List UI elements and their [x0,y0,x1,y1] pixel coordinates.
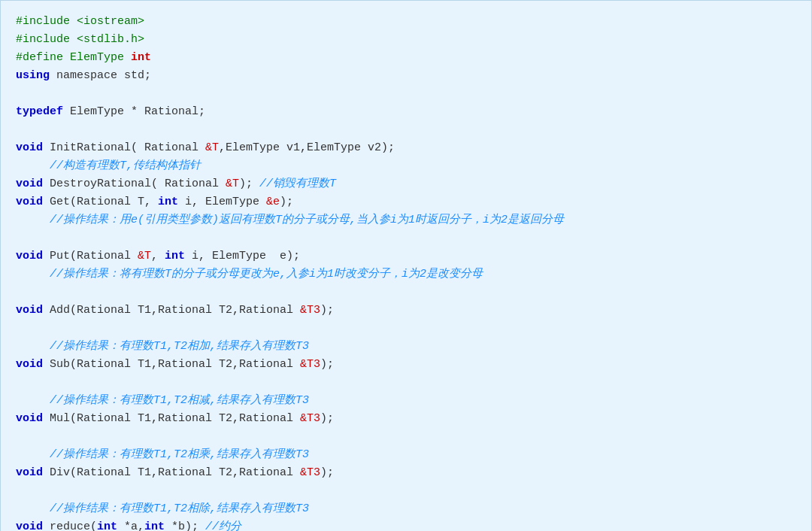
code-line: #define ElemType int [16,49,796,67]
code-token: //操作结果：有理数T1,T2相除,结果存入有理数T3 [16,502,309,515]
code-token: ,ElemType v1,ElemType v2); [219,141,395,154]
code-token: void [16,250,43,262]
code-token: , [151,250,165,262]
code-line: void Div(Rational T1,Rational T2,Rationa… [16,464,796,482]
code-line [16,374,796,392]
code-line: void Add(Rational T1,Rational T2,Rationa… [16,302,796,320]
code-token: int [97,520,117,531]
code-token: DestroyRational( Rational [43,178,226,190]
code-token: &T [138,250,151,262]
code-line: void DestroyRational( Rational &T); //销毁… [16,175,796,193]
code-token: Add(Rational T1,Rational T2,Rational [43,304,300,317]
code-token: //构造有理数T,传结构体指针 [16,159,201,172]
code-line: void Put(Rational &T, int i, ElemType e)… [16,247,796,266]
code-token: Mul(Rational T1,Rational T2,Rational [43,412,300,425]
code-line: void Mul(Rational T1,Rational T2,Rationa… [16,410,796,428]
code-token: int [144,520,165,531]
code-line: void Sub(Rational T1,Rational T2,Rationa… [16,356,796,374]
code-token: #include <stdlib.h> [16,33,144,46]
code-token: Div(Rational T1,Rational T2,Rational [43,466,300,479]
code-token: &T3 [300,412,320,425]
code-token: int [165,250,185,262]
code-token: ); [320,304,334,317]
code-token: i, ElemType e); [185,250,300,262]
code-line [16,121,796,139]
code-token: //操作结果：有理数T1,T2相加,结果存入有理数T3 [16,340,309,353]
code-token: namespace std; [50,69,151,82]
code-line [16,284,796,302]
code-token: void [16,520,43,531]
code-line: //构造有理数T,传结构体指针 [16,157,796,175]
code-token: ); [320,412,334,425]
code-token: void [16,358,43,371]
code-token: reduce( [43,520,97,531]
code-token: void [16,141,43,154]
code-token: void [16,196,43,208]
code-token: i, ElemType [178,196,266,208]
code-token: //操作结果：将有理数T的分子或分母更改为e,入参i为1时改变分子，i为2是改变… [16,268,483,281]
code-line [16,428,796,446]
code-token: //操作结果：有理数T1,T2相乘,结果存入有理数T3 [16,448,309,461]
code-token: &T3 [300,358,320,371]
code-token: //操作结果：有理数T1,T2相减,结果存入有理数T3 [16,394,309,407]
code-line: //操作结果：有理数T1,T2相减,结果存入有理数T3 [16,392,796,410]
code-line [16,85,796,103]
code-token: Get(Rational T, [43,196,158,208]
code-token: void [16,304,43,317]
code-token: #define ElemType [16,51,131,64]
code-token: void [16,466,43,479]
code-token: //约分 [205,520,241,531]
code-content: #include <iostream>#include <stdlib.h>#d… [16,13,796,531]
code-token: ); [239,178,259,190]
code-line: //操作结果：用e(引用类型参数)返回有理数T的分子或分母,当入参i为1时返回分… [16,211,796,229]
code-line [16,320,796,338]
code-line: void Get(Rational T, int i, ElemType &e)… [16,193,796,211]
code-editor: #include <iostream>#include <stdlib.h>#d… [0,0,812,531]
code-line: void reduce(int *a,int *b); //约分 [16,518,796,531]
code-token: ElemType * Rational; [63,105,205,118]
code-token: &T3 [300,466,320,479]
code-token: void [16,412,43,425]
code-token: Put(Rational [43,250,138,262]
code-line: //操作结果：有理数T1,T2相乘,结果存入有理数T3 [16,446,796,464]
code-token: ); [320,358,334,371]
code-token: //销毁有理数T [259,178,336,190]
code-token: &T3 [300,304,320,317]
code-line: #include <iostream> [16,13,796,31]
code-token: int [131,51,151,64]
code-line: //操作结果：有理数T1,T2相加,结果存入有理数T3 [16,338,796,356]
code-token: ); [280,196,293,208]
code-line [16,482,796,500]
code-token: //操作结果：用e(引用类型参数)返回有理数T的分子或分母,当入参i为1时返回分… [16,214,564,226]
code-line: using namespace std; [16,67,796,85]
code-line: typedef ElemType * Rational; [16,103,796,121]
code-token: int [158,196,178,208]
code-token: &T [226,178,239,190]
code-token: void [16,178,43,190]
code-token: InitRational( Rational [43,141,205,154]
code-token: *a, [117,520,144,531]
code-line [16,229,796,247]
code-token: &T [205,141,219,154]
code-token: using [16,69,50,82]
code-line: //操作结果：有理数T1,T2相除,结果存入有理数T3 [16,500,796,518]
code-line: void InitRational( Rational &T,ElemType … [16,139,796,157]
code-token: Sub(Rational T1,Rational T2,Rational [43,358,300,371]
code-token: ); [320,466,334,479]
code-token: typedef [16,105,63,118]
code-line: //操作结果：将有理数T的分子或分母更改为e,入参i为1时改变分子，i为2是改变… [16,266,796,284]
code-line: #include <stdlib.h> [16,31,796,49]
code-token: &e [266,196,280,208]
code-token: #include <iostream> [16,15,144,28]
code-token: *b); [165,520,205,531]
